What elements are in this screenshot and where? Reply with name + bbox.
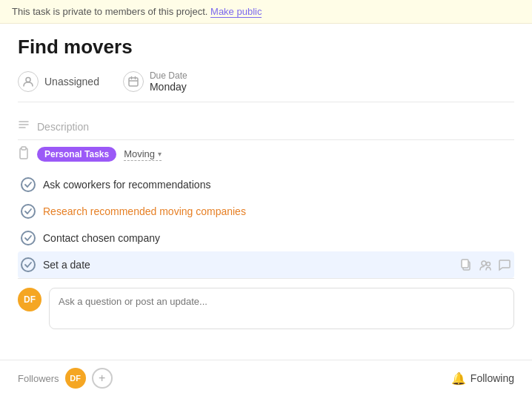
svg-rect-11 (462, 260, 468, 268)
due-date-block: Due Date Monday (150, 70, 187, 93)
bell-icon: 🔔 (451, 372, 466, 386)
make-public-link[interactable]: Make public (210, 6, 262, 18)
task-item[interactable]: Contact chosen company (18, 225, 514, 251)
page-title: Find movers (18, 36, 514, 59)
due-date-field[interactable]: Due Date Monday (123, 70, 187, 93)
person-icon (18, 71, 39, 92)
follower-avatar: DF (65, 368, 86, 389)
svg-point-0 (26, 78, 30, 82)
assignee-label: Unassigned (44, 76, 99, 88)
check-icon-2[interactable] (21, 204, 36, 219)
followers-label: Followers (18, 373, 59, 384)
comment-section: DF (18, 278, 514, 335)
comment-input[interactable] (49, 288, 514, 329)
task-text-2: Research recommended moving companies (43, 205, 246, 217)
clipboard-icon (18, 146, 30, 162)
task-item[interactable]: Ask coworkers for recommendations (18, 171, 514, 198)
task-text-1: Ask coworkers for recommendations (43, 179, 210, 191)
task-chat-icon (498, 258, 511, 271)
user-avatar: DF (18, 288, 41, 311)
followers-section: Followers DF + (18, 368, 113, 389)
add-follower-button[interactable]: + (92, 368, 113, 389)
tag-moving[interactable]: Moving ▾ (124, 148, 162, 161)
tasks-list: Ask coworkers for recommendations Resear… (18, 171, 514, 278)
description-placeholder: Description (37, 121, 89, 133)
task-users-icon (479, 258, 492, 271)
meta-row: Unassigned Due Date Monday (18, 70, 514, 102)
task-copy-icon (459, 258, 473, 271)
description-field[interactable]: Description (18, 114, 514, 140)
description-icon (18, 120, 30, 133)
due-date-value: Monday (150, 81, 187, 93)
svg-point-12 (482, 261, 486, 265)
svg-rect-1 (129, 78, 138, 86)
task-item-highlighted[interactable]: Set a date (18, 251, 514, 278)
chevron-down-icon: ▾ (158, 150, 162, 158)
tags-row: Personal Tasks Moving ▾ (18, 146, 514, 162)
check-icon-3[interactable] (21, 231, 36, 245)
check-icon-1[interactable] (21, 177, 36, 192)
following-button[interactable]: 🔔 Following (451, 372, 514, 386)
following-label: Following (471, 372, 514, 384)
calendar-icon (123, 71, 144, 92)
due-date-label: Due Date (150, 70, 187, 81)
svg-rect-9 (21, 147, 26, 150)
task-text-3: Contact chosen company (43, 232, 160, 244)
banner: This task is private to members of this … (0, 0, 532, 24)
check-icon-4[interactable] (21, 257, 36, 272)
assignee-field[interactable]: Unassigned (18, 71, 99, 92)
footer: Followers DF + 🔔 Following (0, 360, 532, 396)
svg-point-13 (487, 263, 491, 266)
task-text-4: Set a date (43, 259, 90, 271)
task-item[interactable]: Research recommended moving companies (18, 198, 514, 225)
task-actions (459, 258, 511, 271)
banner-text: This task is private to members of this … (12, 6, 207, 17)
plus-icon: + (99, 372, 105, 385)
tag-personal-tasks[interactable]: Personal Tasks (37, 147, 116, 162)
